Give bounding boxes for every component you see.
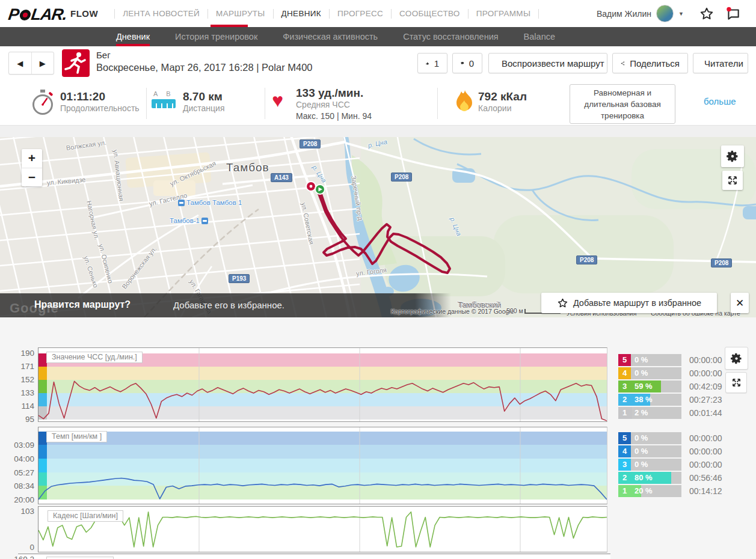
- more-link[interactable]: больше: [704, 96, 736, 106]
- benefit-line2: длительная базовая: [571, 99, 674, 110]
- y-tick-label: 171: [8, 362, 34, 371]
- zone-row: 30 %: [618, 459, 681, 471]
- subnav-item-физическая-активность[interactable]: Физическая активность: [283, 27, 378, 46]
- map-label: Тамбов-1: [170, 217, 208, 224]
- benefit-line3: тренировка: [571, 110, 674, 121]
- y-tick-label: 08:34: [8, 481, 34, 490]
- road-badge[interactable]: Р193: [229, 274, 250, 283]
- road-badge[interactable]: Р208: [391, 173, 412, 182]
- comment-button[interactable]: 0: [452, 53, 482, 73]
- brand-flow[interactable]: FLOW: [70, 8, 106, 19]
- chart-settings-button[interactable]: [725, 347, 748, 370]
- add-route-favorite-button[interactable]: Добавьте маршрут в избранное: [541, 293, 717, 313]
- topnav-item-дневник[interactable]: ДНЕВНИК: [281, 9, 321, 18]
- favorites-star-icon[interactable]: [699, 6, 715, 22]
- map-fullscreen-button[interactable]: [722, 171, 743, 190]
- workout-sport-title: Бег: [96, 50, 111, 60]
- runner-icon: [62, 49, 90, 77]
- top-navbar: PLAR. FLOW ЛЕНТА НОВОСТЕЙМАРШРУТЫДНЕВНИК…: [0, 0, 756, 27]
- logo-letter-p: P: [7, 5, 20, 24]
- readers-button[interactable]: Читатели: [693, 53, 748, 73]
- zone-number: 5: [618, 432, 631, 444]
- zone-number: 4: [618, 367, 631, 379]
- road-badge[interactable]: Р208: [300, 139, 321, 148]
- topnav-item-лента-новостей[interactable]: ЛЕНТА НОВОСТЕЙ: [123, 9, 200, 18]
- avatar[interactable]: [656, 5, 674, 22]
- transit-icon: [178, 200, 185, 206]
- replay-label: Воспроизвести маршрут: [502, 58, 604, 69]
- route-start-marker: [315, 185, 325, 194]
- zoom-out-button[interactable]: −: [22, 168, 42, 187]
- y-tick-label: 103: [8, 507, 34, 516]
- star-icon: [557, 298, 568, 309]
- thumbs-up-icon: [426, 58, 429, 69]
- favorite-cta: Добавьте его в избранное.: [173, 300, 284, 310]
- share-label: Поделиться: [630, 58, 680, 69]
- zone-bar: 59 %: [631, 380, 681, 393]
- zone-row: 280 %: [618, 472, 681, 484]
- route-map[interactable]: Волжская ул.ул. Авиационнаяул. Октябрьск…: [0, 137, 756, 317]
- calories-value: 792 кКал: [478, 90, 527, 103]
- zone-bar: 0 %: [631, 445, 681, 457]
- chevron-down-icon[interactable]: ▼: [678, 11, 684, 17]
- y-tick-label: 95: [8, 415, 34, 424]
- road-badge[interactable]: Р208: [576, 255, 597, 264]
- subnav-item-статус-восстановления[interactable]: Статус восстановления: [403, 27, 498, 46]
- zoom-in-button[interactable]: +: [22, 149, 42, 168]
- share-button[interactable]: Поделиться: [612, 53, 688, 73]
- polar-logo[interactable]: PLAR.: [7, 5, 68, 24]
- zone-bar: 0 %: [631, 367, 681, 379]
- replay-route-button[interactable]: Воспроизвести маршрут: [488, 53, 607, 73]
- y-tick-label: 05:27: [8, 468, 34, 477]
- zone-number: 1: [618, 407, 631, 419]
- topnav-item-сообщество[interactable]: СООБЩЕСТВО: [399, 9, 460, 18]
- zone-time: 00:56:46: [689, 472, 731, 484]
- pace-chart-plot[interactable]: [38, 427, 607, 504]
- zone-time: 00:14:12: [689, 485, 731, 497]
- close-prompt-button[interactable]: ✕: [731, 293, 749, 313]
- subnav-item-история-тренировок[interactable]: История тренировок: [175, 27, 257, 46]
- zone-percent: 0 %: [635, 459, 648, 471]
- duration-label: Продолжительность: [60, 103, 140, 114]
- nav-separator: [273, 9, 274, 19]
- like-button[interactable]: 1: [417, 53, 447, 73]
- divider: [437, 88, 438, 119]
- zone-bar: 80 %: [631, 472, 681, 484]
- zone-percent: 0 %: [635, 445, 648, 457]
- map-settings-button[interactable]: [721, 145, 744, 167]
- gear-icon: [730, 352, 743, 365]
- cadence-chart-plot[interactable]: [38, 506, 607, 552]
- topnav-item-маршруты[interactable]: МАРШРУТЫ: [216, 9, 265, 18]
- topnav-item-прогресс[interactable]: ПРОГРЕСС: [337, 9, 383, 18]
- notifications-icon[interactable]: [725, 6, 741, 22]
- zone-bar: 20 %: [631, 485, 681, 497]
- chart-fullscreen-button[interactable]: [725, 372, 747, 393]
- prev-workout-button[interactable]: ◀: [9, 52, 32, 74]
- subnav-item-balance[interactable]: Balance: [524, 27, 555, 46]
- road-badge[interactable]: А143: [271, 173, 292, 182]
- comment-count: 0: [469, 58, 474, 69]
- next-workout-button[interactable]: ▶: [32, 52, 54, 74]
- workout-datetime-device: Воскресенье, Март 26, 2017 16:28 | Polar…: [96, 62, 312, 73]
- heart-icon: ♥: [272, 91, 283, 109]
- nav-separator: [391, 9, 392, 19]
- diary-subnav: ДневникИстория тренировокФизическая акти…: [0, 27, 756, 46]
- altitude-legend-sliver: [46, 557, 114, 559]
- topnav-item-программы[interactable]: ПРОГРАММЫ: [476, 9, 530, 18]
- zone-time: 00:00:00: [689, 432, 731, 444]
- training-benefit-card[interactable]: Равномерная и длительная базовая трениро…: [570, 84, 675, 124]
- favorite-question: Нравится маршрут?: [34, 299, 131, 310]
- prev-next-card: ◀ ▶: [8, 52, 54, 75]
- zone-bar: 38 %: [631, 394, 681, 406]
- subnav-item-дневник[interactable]: Дневник: [116, 27, 150, 46]
- calories-label: Калории: [478, 103, 527, 114]
- zone-number: 2: [618, 472, 631, 484]
- zone-bar: 0 %: [631, 459, 681, 471]
- zone-row: 238 %: [618, 394, 681, 406]
- zone-percent: 0 %: [635, 354, 648, 366]
- zone-time: 00:00:00: [689, 459, 731, 471]
- expand-icon: [727, 175, 738, 186]
- road-badge[interactable]: Р208: [711, 258, 732, 267]
- workout-header: ◀ ▶ Бег Воскресенье, Март 26, 2017 16:28…: [0, 46, 756, 82]
- user-menu[interactable]: Вадим Жилин ▼: [597, 0, 684, 27]
